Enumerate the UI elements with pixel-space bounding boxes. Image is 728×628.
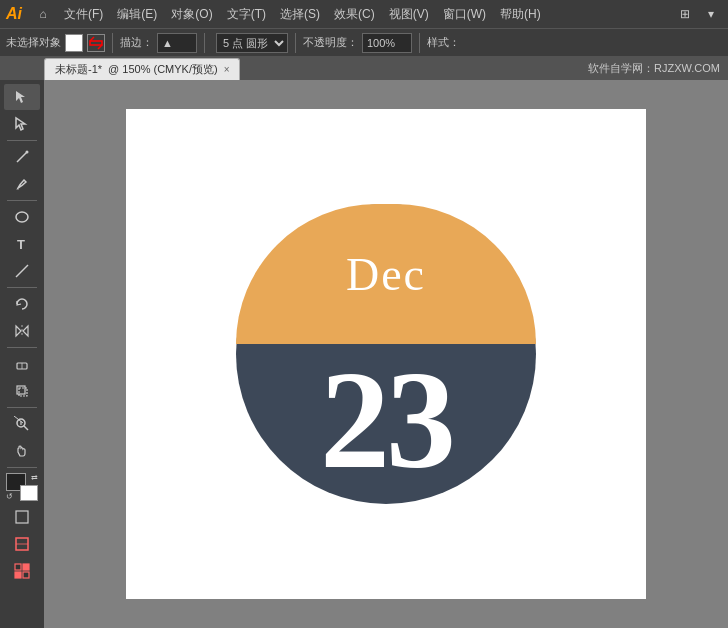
tool-zoom[interactable] [4, 411, 40, 437]
toolbar-separator-4 [7, 347, 37, 348]
menu-object[interactable]: 对象(O) [165, 4, 218, 25]
toolbar: T [0, 80, 44, 628]
svg-marker-6 [23, 326, 28, 336]
no-selection-label: 未选择对象 [6, 35, 61, 50]
toolbar-separator-6 [7, 467, 37, 468]
toolbar-separator-1 [7, 140, 37, 141]
title-bar: Ai ⌂ 文件(F) 编辑(E) 对象(O) 文字(T) 选择(S) 效果(C)… [0, 0, 728, 28]
tool-reflect[interactable] [4, 318, 40, 344]
options-bar: 未选择对象 描边： 5 点 圆形 不透明度： 样式： [0, 28, 728, 56]
stroke-shape-select[interactable]: 5 点 圆形 [216, 33, 288, 53]
svg-rect-0 [90, 41, 102, 45]
style-label: 样式： [427, 35, 460, 50]
menu-bar: 文件(F) 编辑(E) 对象(O) 文字(T) 选择(S) 效果(C) 视图(V… [58, 4, 670, 25]
tool-artboard[interactable] [4, 531, 40, 557]
ai-logo: Ai [6, 5, 22, 23]
svg-line-4 [16, 265, 28, 277]
svg-rect-11 [19, 388, 27, 396]
canvas-area: Dec 23 [44, 80, 728, 628]
tab-title: 未标题-1* [55, 62, 102, 77]
tool-select[interactable] [4, 84, 40, 110]
site-info: 软件自学网：RJZXW.COM [588, 56, 728, 80]
options-separator-1 [112, 33, 113, 53]
calendar-day-text: 23 [236, 334, 536, 504]
toolbar-separator-5 [7, 407, 37, 408]
tool-brush[interactable] [4, 171, 40, 197]
calendar-graphic: Dec 23 [236, 204, 536, 504]
opacity-input[interactable] [362, 33, 412, 53]
home-button[interactable]: ⌂ [32, 3, 54, 25]
tool-hand[interactable] [4, 438, 40, 464]
svg-point-2 [16, 212, 28, 222]
artboard: Dec 23 [126, 109, 646, 599]
svg-rect-21 [15, 572, 21, 578]
menu-view[interactable]: 视图(V) [383, 4, 435, 25]
calendar-month-text: Dec [236, 204, 536, 344]
tab-bar: 未标题-1* @ 150% (CMYK/预览) × 软件自学网：RJZXW.CO… [0, 56, 728, 80]
tool-rotate[interactable] [4, 291, 40, 317]
swap-colors-icon[interactable]: ⇄ [31, 473, 38, 482]
tool-layers[interactable] [4, 558, 40, 584]
options-separator-3 [295, 33, 296, 53]
tab-detail: @ 150% (CMYK/预览) [108, 62, 218, 77]
tool-type[interactable]: T [4, 231, 40, 257]
menu-file[interactable]: 文件(F) [58, 4, 109, 25]
fill-color-swatch[interactable] [65, 34, 83, 52]
tool-normal-mode[interactable] [4, 504, 40, 530]
tool-scale[interactable] [4, 378, 40, 404]
opacity-label: 不透明度： [303, 35, 358, 50]
menu-effect[interactable]: 效果(C) [328, 4, 381, 25]
tool-eraser[interactable] [4, 351, 40, 377]
tool-line[interactable] [4, 258, 40, 284]
svg-marker-5 [16, 326, 21, 336]
options-separator-4 [419, 33, 420, 53]
svg-rect-22 [23, 572, 29, 578]
svg-point-1 [26, 151, 29, 154]
background-color[interactable] [20, 485, 38, 501]
workspace-dropdown-icon[interactable]: ▾ [700, 3, 722, 25]
svg-rect-20 [23, 564, 29, 570]
svg-rect-10 [17, 386, 25, 394]
tool-pen[interactable] [4, 144, 40, 170]
document-tab[interactable]: 未标题-1* @ 150% (CMYK/预览) × [44, 58, 240, 80]
svg-rect-19 [15, 564, 21, 570]
svg-line-13 [24, 426, 28, 430]
tool-ellipse[interactable] [4, 204, 40, 230]
menu-window[interactable]: 窗口(W) [437, 4, 492, 25]
stroke-up-input[interactable] [157, 33, 197, 53]
toolbar-separator-2 [7, 200, 37, 201]
menu-select[interactable]: 选择(S) [274, 4, 326, 25]
reset-colors-icon[interactable]: ↺ [6, 492, 13, 501]
main-layout: T [0, 80, 728, 628]
menu-help[interactable]: 帮助(H) [494, 4, 547, 25]
svg-text:T: T [17, 237, 25, 252]
stroke-icon[interactable] [87, 34, 105, 52]
menu-edit[interactable]: 编辑(E) [111, 4, 163, 25]
stroke-label: 描边： [120, 35, 153, 50]
tab-close-button[interactable]: × [224, 64, 230, 75]
menu-text[interactable]: 文字(T) [221, 4, 272, 25]
workspace-switcher-icon[interactable]: ⊞ [674, 3, 696, 25]
svg-rect-16 [16, 511, 28, 523]
color-selector[interactable]: ⇄ ↺ [6, 473, 38, 501]
toolbar-separator-3 [7, 287, 37, 288]
tool-direct-select[interactable] [4, 111, 40, 137]
options-separator-2 [204, 33, 205, 53]
